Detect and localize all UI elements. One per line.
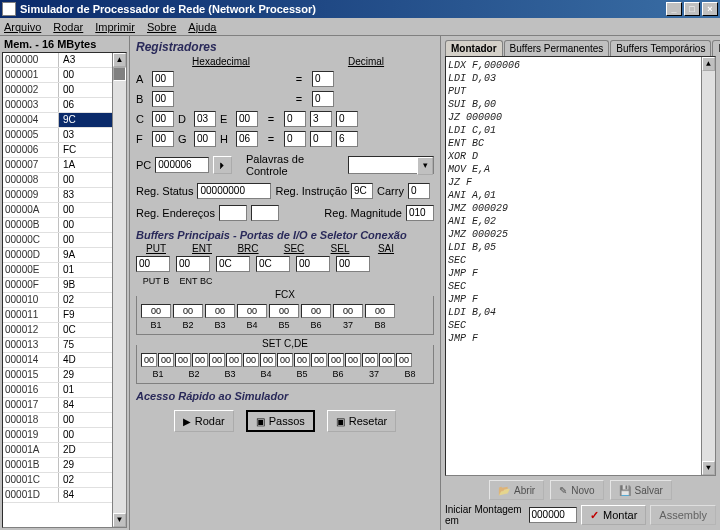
memory-row[interactable]: 000006FC (3, 143, 112, 158)
status-field[interactable]: 00000000 (197, 183, 271, 199)
reg-g-hex[interactable]: 00 (194, 131, 216, 147)
memory-row[interactable]: 00001B29 (3, 458, 112, 473)
set-cell[interactable]: 00 (226, 353, 242, 367)
asm-line[interactable]: PUT (448, 85, 713, 98)
set-cell[interactable]: 00 (294, 353, 310, 367)
asm-scrollbar[interactable]: ▲ ▼ (701, 57, 715, 475)
set-cell[interactable]: 00 (192, 353, 208, 367)
reg-e-hex[interactable]: 00 (236, 111, 258, 127)
set-cell[interactable]: 00 (141, 353, 157, 367)
asm-line[interactable]: XOR D (448, 150, 713, 163)
resetar-button[interactable]: ▣Resetar (327, 410, 397, 432)
set-cell[interactable]: 00 (260, 353, 276, 367)
memory-row[interactable]: 00001D84 (3, 488, 112, 503)
set-cell[interactable]: 00 (243, 353, 259, 367)
enderecos-field-2[interactable] (251, 205, 279, 221)
menu-imprimir[interactable]: Imprimir (95, 21, 135, 33)
menu-sobre[interactable]: Sobre (147, 21, 176, 33)
memory-row[interactable]: 00001784 (3, 398, 112, 413)
montar-button[interactable]: ✓Montar (581, 505, 646, 525)
memory-row[interactable]: 00000F9B (3, 278, 112, 293)
memory-row[interactable]: 00000B00 (3, 218, 112, 233)
close-button[interactable]: × (702, 2, 718, 16)
memory-row[interactable]: 00000E01 (3, 263, 112, 278)
memory-row[interactable]: 00001002 (3, 293, 112, 308)
memory-scrollbar[interactable]: ▲ ▼ (112, 53, 126, 527)
asm-line[interactable]: JZ F (448, 176, 713, 189)
asm-line[interactable]: SEC (448, 254, 713, 267)
asm-line[interactable]: JMP F (448, 332, 713, 345)
memory-row[interactable]: 00001800 (3, 413, 112, 428)
buffer-value[interactable]: 00 (136, 256, 170, 272)
asm-line[interactable]: LDX F,000006 (448, 59, 713, 72)
set-cell[interactable]: 00 (175, 353, 191, 367)
minimize-button[interactable]: _ (666, 2, 682, 16)
tab-montador[interactable]: Montador (445, 40, 503, 56)
asm-line[interactable]: JMZ 000025 (448, 228, 713, 241)
fcx-cell[interactable]: 00 (333, 304, 363, 318)
mount-addr-field[interactable]: 000000 (529, 507, 578, 523)
memory-row[interactable]: 00000A00 (3, 203, 112, 218)
set-cell[interactable]: 00 (345, 353, 361, 367)
buffer-value[interactable]: 0C (216, 256, 250, 272)
fcx-cell[interactable]: 00 (269, 304, 299, 318)
reg-a-hex[interactable]: 00 (152, 71, 174, 87)
asm-scroll-down-icon[interactable]: ▼ (702, 461, 715, 475)
buffer-value[interactable]: 00 (176, 256, 210, 272)
set-cell[interactable]: 00 (362, 353, 378, 367)
set-cell[interactable]: 00 (379, 353, 395, 367)
scroll-down-icon[interactable]: ▼ (113, 513, 126, 527)
reg-h-dec[interactable]: 6 (336, 131, 358, 147)
reg-h-hex[interactable]: 06 (236, 131, 258, 147)
memory-list[interactable]: 000000A30000010000000200000003060000049C… (2, 52, 127, 528)
asm-line[interactable]: LDI C,01 (448, 124, 713, 137)
asm-line[interactable]: JMP F (448, 267, 713, 280)
reg-d-hex[interactable]: 03 (194, 111, 216, 127)
instrucao-field[interactable]: 9C (351, 183, 373, 199)
reg-g-dec[interactable]: 0 (310, 131, 332, 147)
asm-line[interactable]: ENT BC (448, 137, 713, 150)
memory-row[interactable]: 00000D9A (3, 248, 112, 263)
memory-row[interactable]: 00001601 (3, 383, 112, 398)
buffer-value[interactable]: 0C (256, 256, 290, 272)
asm-line[interactable]: ANI A,01 (448, 189, 713, 202)
scroll-thumb[interactable] (113, 67, 126, 81)
buffer-value[interactable]: 00 (336, 256, 370, 272)
magnitude-field[interactable]: 010 (406, 205, 434, 221)
asm-scroll-up-icon[interactable]: ▲ (702, 57, 715, 71)
pc-field[interactable]: 000006 (155, 157, 209, 173)
fcx-cell[interactable]: 00 (141, 304, 171, 318)
memory-row[interactable]: 00000800 (3, 173, 112, 188)
rodar-button[interactable]: ▶Rodar (174, 410, 234, 432)
assembly-list[interactable]: LDX F,000006LDI D,03PUTSUI B,00JZ 000000… (445, 56, 716, 476)
asm-line[interactable]: JZ 000000 (448, 111, 713, 124)
reg-b-hex[interactable]: 00 (152, 91, 174, 107)
memory-row[interactable]: 00001C02 (3, 473, 112, 488)
asm-line[interactable]: MOV E,A (448, 163, 713, 176)
fcx-cell[interactable]: 00 (237, 304, 267, 318)
pc-step-icon[interactable]: ⏵ (213, 156, 232, 174)
reg-f-dec[interactable]: 0 (284, 131, 306, 147)
fcx-cell[interactable]: 00 (365, 304, 395, 318)
memory-row[interactable]: 00000503 (3, 128, 112, 143)
menu-rodar[interactable]: Rodar (53, 21, 83, 33)
assembly-button[interactable]: Assembly (650, 505, 716, 525)
reg-b-dec[interactable]: 0 (312, 91, 334, 107)
memory-row[interactable]: 00001529 (3, 368, 112, 383)
memory-row[interactable]: 000000A3 (3, 53, 112, 68)
memory-row[interactable]: 0000144D (3, 353, 112, 368)
reg-f-hex[interactable]: 00 (152, 131, 174, 147)
asm-line[interactable]: LDI B,05 (448, 241, 713, 254)
memory-row[interactable]: 00000100 (3, 68, 112, 83)
set-cell[interactable]: 00 (158, 353, 174, 367)
set-cell[interactable]: 00 (209, 353, 225, 367)
salvar-button[interactable]: 💾Salvar (610, 480, 672, 500)
tab-buffers-perm[interactable]: Buffers Permanentes (504, 40, 610, 56)
passos-button[interactable]: ▣Passos (246, 410, 315, 432)
reg-c-hex[interactable]: 00 (152, 111, 174, 127)
memory-row[interactable]: 00000200 (3, 83, 112, 98)
fcx-cell[interactable]: 00 (301, 304, 331, 318)
memory-row[interactable]: 0000049C (3, 113, 112, 128)
memory-row[interactable]: 0000071A (3, 158, 112, 173)
set-cell[interactable]: 00 (311, 353, 327, 367)
